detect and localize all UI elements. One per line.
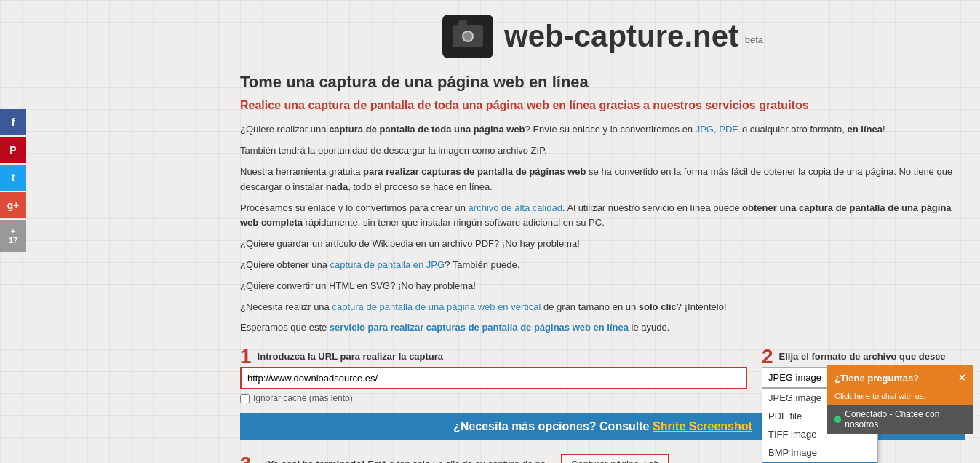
chat-subtext: Click here to chat with us.	[827, 390, 973, 405]
chat-widget: ¿Tiene preguntas? × Click here to chat w…	[827, 365, 973, 434]
pinterest-button[interactable]: P	[0, 137, 26, 163]
desc-8: ¿Necesita realizr una captura de pantall…	[240, 300, 965, 315]
step-1-number: 1	[240, 347, 252, 367]
twitter-button[interactable]: t	[0, 165, 26, 191]
step-2-label: Elija el formato de archivo que desee	[779, 351, 946, 362]
facebook-button[interactable]: f	[0, 109, 26, 135]
url-input[interactable]	[240, 367, 747, 389]
desc-4: Procesamos su enlace y lo convertimos pa…	[240, 201, 965, 232]
social-sidebar: f P t g+ +17	[0, 109, 26, 253]
desc-5: ¿Quiere guardar un artículo de Wikipedia…	[240, 237, 965, 252]
site-title: web-capture.net	[504, 19, 738, 53]
page-heading: Tome una captura de una página web en lí…	[240, 73, 965, 92]
step-2-number: 2	[762, 347, 773, 367]
step-1-header: 1 Introduzca la URL para realizar la cap…	[240, 347, 747, 367]
banner-link-text: te Screenshot	[675, 420, 752, 432]
site-beta: beta	[745, 34, 763, 45]
chat-header: ¿Tiene preguntas? ×	[827, 365, 973, 390]
desc-1: ¿Quiere realizar una captura de pantalla…	[240, 122, 965, 138]
banner-link[interactable]: Shrite Screenshot	[653, 420, 752, 432]
logo-icon	[442, 15, 493, 58]
more-button[interactable]: +17	[0, 220, 26, 252]
desc-3: Nuestra herramienta gratuita para realiz…	[240, 165, 965, 195]
chat-title: ¿Tiene preguntas?	[834, 373, 919, 384]
chat-footer-text: Conectado - Chatee con nosotros	[845, 409, 965, 430]
drop-item-bmp[interactable]: BMP image	[762, 443, 877, 462]
googleplus-button[interactable]: g+	[0, 192, 26, 218]
cache-checkbox[interactable]	[240, 394, 250, 403]
cache-label: Ignorar caché (más lento)	[253, 393, 353, 403]
cache-checkbox-row: Ignorar caché (más lento)	[240, 393, 747, 403]
site-title-wrapper: web-capture.net beta	[504, 19, 763, 54]
online-indicator	[834, 416, 841, 423]
step-1: 1 Introduzca la URL para realizar la cap…	[240, 347, 747, 403]
desc-6: ¿Quiere obtener una captura de pantalla …	[240, 258, 965, 273]
camera-icon	[453, 25, 483, 47]
step-3-intro: ¡Ya casi ha terminado! Está a tan solo u…	[265, 459, 554, 463]
step-3-number: 3	[240, 454, 252, 463]
step-1-label: Introduzca la URL para realizar la captu…	[258, 351, 444, 362]
desc-7: ¿Quiere convertir un HTML en SVG? ¡No ha…	[240, 279, 965, 294]
chat-footer[interactable]: Conectado - Chatee con nosotros	[827, 405, 973, 434]
desc-9: Esperamos que este servicio para realiza…	[240, 320, 965, 336]
site-header: web-capture.net beta	[240, 7, 965, 69]
chat-close-icon[interactable]: ×	[959, 371, 965, 384]
sub-heading: Realice una captura de pantalla de toda …	[240, 98, 965, 114]
step-2-header: 2 Elija el formato de archivo que desee	[762, 347, 965, 367]
capture-button[interactable]: Capturar página web	[561, 454, 669, 463]
desc-2: También tendrá la oportunidad de descarg…	[240, 143, 965, 159]
